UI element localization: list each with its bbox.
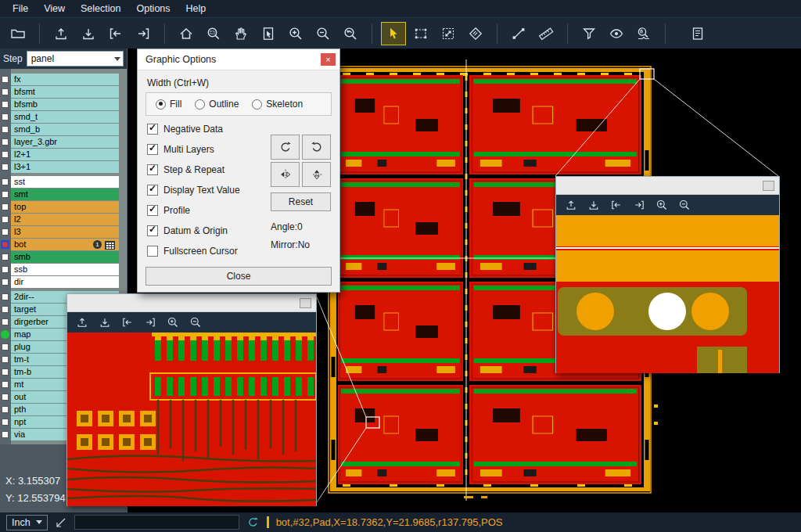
layer-name[interactable]: l3 <box>11 226 119 238</box>
magnifier2-view[interactable] <box>556 215 779 373</box>
radio-indicator[interactable] <box>195 99 205 110</box>
layer-row-ssb[interactable]: ssb <box>0 264 128 275</box>
open-button[interactable] <box>6 23 30 45</box>
layer-name[interactable]: top <box>11 201 119 213</box>
layer-row-l2[interactable]: l2 <box>0 214 128 225</box>
checkbox[interactable] <box>147 164 158 175</box>
layer-name[interactable]: bot1 <box>11 239 119 250</box>
layer-checkbox[interactable] <box>2 343 9 350</box>
layer-row-top[interactable]: top <box>0 201 128 213</box>
zoom-out-button[interactable] <box>676 196 693 214</box>
layer-row-bfsmb[interactable]: bfsmb <box>0 99 128 110</box>
tray-left-button[interactable] <box>104 23 128 45</box>
layer-checkbox[interactable] <box>2 203 9 210</box>
pan-button[interactable] <box>229 23 253 45</box>
zoom-in-button[interactable] <box>653 196 670 214</box>
zoom-out-button[interactable] <box>187 314 204 331</box>
layer-checkbox[interactable] <box>2 76 9 83</box>
magnifier1-titlebar[interactable] <box>67 294 316 312</box>
tray-left-button[interactable] <box>608 196 625 214</box>
checkbox[interactable] <box>147 185 158 196</box>
tray-right-button[interactable] <box>630 196 648 214</box>
checkbox[interactable] <box>147 124 158 135</box>
reset-button[interactable]: Reset <box>271 192 331 211</box>
layer-row-dir[interactable]: dir <box>0 276 128 288</box>
layer-name[interactable]: l2 <box>11 214 119 225</box>
selected-layer-marker[interactable] <box>1 330 9 339</box>
tray-up-button[interactable] <box>74 314 91 331</box>
layer-checkbox[interactable] <box>2 191 9 198</box>
tray-down-button[interactable] <box>585 196 602 214</box>
rotate-ccw-button[interactable] <box>302 135 331 160</box>
layer-checkbox[interactable] <box>2 279 9 286</box>
layer-name[interactable]: sst <box>11 176 119 188</box>
layer-checkbox[interactable] <box>2 419 9 426</box>
layer-name[interactable]: l3+1 <box>11 161 119 173</box>
radio-indicator[interactable] <box>252 99 262 110</box>
tray-up-button[interactable] <box>562 196 580 214</box>
active-layer-marker[interactable] <box>1 240 9 249</box>
checkbox[interactable] <box>147 246 158 257</box>
select-object-button[interactable] <box>257 23 280 45</box>
layer-checkbox[interactable] <box>2 253 9 261</box>
zoom-previous-button[interactable] <box>339 23 362 45</box>
layer-name[interactable]: bfsmb <box>11 99 119 110</box>
measure-line-button[interactable] <box>507 23 530 45</box>
layer-row-l2+1[interactable]: l2+1 <box>0 149 128 160</box>
magnifier2-titlebar[interactable] <box>556 177 779 195</box>
layer-checkbox[interactable] <box>2 318 9 325</box>
rect-select-button[interactable] <box>409 23 433 45</box>
layer-checkbox[interactable] <box>2 164 9 171</box>
layer-name[interactable]: dir <box>11 276 119 288</box>
layer-name[interactable]: l2+1 <box>11 149 119 160</box>
report-button[interactable] <box>686 23 709 45</box>
layer-checkbox[interactable] <box>2 381 9 388</box>
net-search-button[interactable] <box>632 23 656 45</box>
unit-selector[interactable]: Inch <box>6 515 48 530</box>
tray-up-button[interactable] <box>49 23 73 45</box>
transform-select-button[interactable] <box>436 23 460 45</box>
layer-row-layer_3.gbr[interactable]: layer_3.gbr <box>0 136 128 148</box>
layer-name[interactable]: layer_3.gbr <box>11 136 119 148</box>
menu-view[interactable]: View <box>36 2 73 16</box>
layer-row-smb[interactable]: smb <box>0 251 128 263</box>
layer-name[interactable]: smd_b <box>11 124 119 135</box>
checkbox[interactable] <box>147 144 158 155</box>
menu-help[interactable]: Help <box>178 2 214 16</box>
zoom-in-button[interactable] <box>164 314 181 331</box>
layer-checkbox[interactable] <box>2 368 9 376</box>
menu-file[interactable]: File <box>5 2 36 16</box>
cursor-select-button[interactable] <box>382 23 405 45</box>
layer-checkbox[interactable] <box>2 406 9 413</box>
ruler-button[interactable] <box>534 23 558 45</box>
tray-left-button[interactable] <box>119 314 136 331</box>
close-button[interactable]: Close <box>145 267 332 286</box>
layer-checkbox[interactable] <box>2 216 9 223</box>
layer-checkbox[interactable] <box>2 394 9 401</box>
rotate-cw-button[interactable] <box>271 135 300 160</box>
mirror-vertical-button[interactable] <box>302 162 331 187</box>
filter-button[interactable] <box>577 23 601 45</box>
tray-right-button[interactable] <box>131 23 155 45</box>
layer-name[interactable]: ssb <box>11 264 119 275</box>
layer-row-sst[interactable]: sst <box>0 176 128 188</box>
width-radio-skeleton[interactable]: Skeleton <box>252 99 303 110</box>
tray-down-button[interactable] <box>77 23 100 45</box>
layer-row-l3[interactable]: l3 <box>0 226 128 238</box>
layer-checkbox[interactable] <box>2 113 9 120</box>
command-input[interactable] <box>74 515 239 530</box>
layer-row-fx[interactable]: fx <box>0 74 128 85</box>
layer-name[interactable]: smt <box>11 189 119 200</box>
menu-selection[interactable]: Selection <box>73 2 128 16</box>
zoom-in-button[interactable] <box>284 23 307 45</box>
home-button[interactable] <box>174 23 198 45</box>
zoom-window-button[interactable] <box>202 23 225 45</box>
layer-checkbox[interactable] <box>2 431 9 438</box>
layer-checkbox[interactable] <box>2 88 9 95</box>
menu-options[interactable]: Options <box>128 2 178 16</box>
window-box-icon[interactable] <box>763 181 774 191</box>
checkbox[interactable] <box>147 205 158 216</box>
measure-angle-button[interactable] <box>464 23 487 45</box>
mirror-horizontal-button[interactable] <box>271 162 300 187</box>
layer-checkbox[interactable] <box>2 356 9 363</box>
